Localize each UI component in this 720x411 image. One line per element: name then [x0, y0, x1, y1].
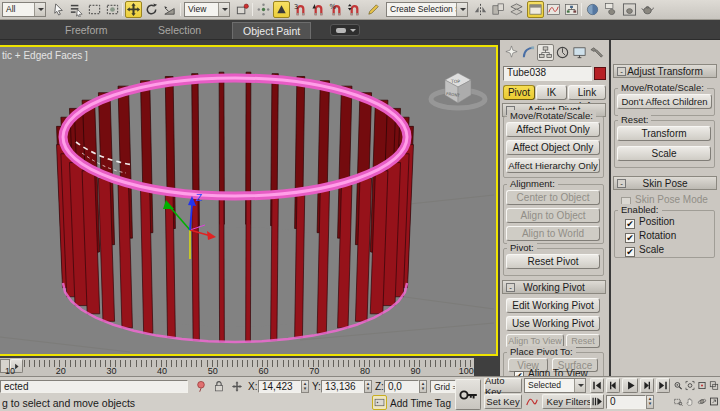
- frame-spinner[interactable]: [646, 395, 654, 409]
- spinner-snap-icon[interactable]: [346, 1, 363, 18]
- modify-tab-icon[interactable]: [520, 44, 537, 61]
- current-frame-field[interactable]: 0: [606, 395, 646, 409]
- align-to-world-button[interactable]: Align to World: [506, 226, 600, 241]
- zoom-all-icon[interactable]: [684, 378, 696, 393]
- go-to-start-button[interactable]: [590, 378, 604, 393]
- add-time-tag[interactable]: Add Time Tag: [390, 398, 451, 409]
- percent-snap-icon[interactable]: %: [328, 1, 345, 18]
- zoom-extents-icon[interactable]: [696, 378, 708, 393]
- display-tab-icon[interactable]: [571, 44, 588, 61]
- select-object-icon[interactable]: [50, 1, 67, 18]
- z-coordinate-field[interactable]: 0,0: [384, 380, 419, 393]
- orbit-icon[interactable]: [696, 394, 708, 409]
- working-pivot-rollout[interactable]: -Working Pivot: [502, 280, 606, 294]
- ribbon-toggle-icon[interactable]: [527, 1, 544, 18]
- material-editor-icon[interactable]: [584, 1, 601, 18]
- scale-checkbox[interactable]: ✔: [625, 247, 635, 257]
- collapse-icon[interactable]: -: [617, 67, 626, 76]
- timeline-frame-number[interactable]: 80: [351, 366, 379, 376]
- rendered-frame-window-icon[interactable]: [621, 1, 638, 18]
- skin-pose-rollout[interactable]: -Skin Pose: [613, 176, 717, 190]
- timeline-frame-number[interactable]: 20: [47, 366, 75, 376]
- align-to-object-button[interactable]: Align to Object: [506, 208, 600, 223]
- select-by-name-icon[interactable]: [68, 1, 85, 18]
- timeline-frame-number[interactable]: 30: [97, 366, 125, 376]
- select-and-manipulate-icon[interactable]: [234, 1, 251, 18]
- tube-object[interactable]: [57, 72, 414, 342]
- select-and-move-icon[interactable]: [125, 1, 142, 18]
- rotation-row[interactable]: ✔Rotation: [625, 230, 676, 243]
- pan-icon[interactable]: [684, 394, 696, 409]
- snaps-use-center-icon[interactable]: [255, 1, 272, 18]
- render-setup-icon[interactable]: [603, 1, 620, 18]
- select-and-scale-icon[interactable]: [161, 1, 178, 18]
- dropdown-arrow-icon[interactable]: [34, 3, 45, 16]
- timeline-frame-number[interactable]: 100: [452, 366, 480, 376]
- center-to-object-button[interactable]: Center to Object: [506, 190, 600, 205]
- dropdown-arrow-icon[interactable]: [456, 3, 467, 16]
- reset-transform-button[interactable]: Transform: [617, 126, 711, 141]
- affect-hierarchy-only-button[interactable]: Affect Hierarchy Only: [506, 158, 600, 173]
- affect-pivot-only-button[interactable]: Affect Pivot Only: [506, 122, 600, 137]
- rectangular-selection-region-icon[interactable]: [86, 1, 103, 18]
- dont-affect-children-button[interactable]: Don't Affect Children: [617, 94, 712, 109]
- position-checkbox[interactable]: ✔: [625, 219, 635, 229]
- y-spinner[interactable]: [364, 380, 372, 393]
- utilities-tab-icon[interactable]: [588, 44, 605, 61]
- ribbon-config-icon[interactable]: [330, 24, 360, 36]
- x-coordinate-field[interactable]: 14,423: [258, 380, 301, 393]
- collapse-icon[interactable]: -: [506, 283, 515, 292]
- align-icon[interactable]: [490, 1, 507, 18]
- schematic-view-icon[interactable]: [563, 1, 580, 18]
- motion-tab-icon[interactable]: [554, 44, 571, 61]
- edit-named-selection-sets-icon[interactable]: [365, 1, 382, 18]
- reset-pivot-button[interactable]: Reset Pivot: [506, 254, 600, 269]
- timeline-frame-number[interactable]: 10: [0, 366, 24, 376]
- time-tag-icon[interactable]: [372, 395, 387, 410]
- next-frame-button[interactable]: [640, 378, 654, 393]
- viewcube-top-label[interactable]: TOP: [450, 79, 460, 84]
- window-crossing-icon[interactable]: [104, 1, 121, 18]
- reference-coordinate-dropdown[interactable]: View: [184, 2, 230, 17]
- timeline-frame-number[interactable]: 50: [199, 366, 227, 376]
- zoom-extents-all-icon[interactable]: [708, 378, 720, 393]
- object-name-field[interactable]: Tube038: [503, 66, 592, 81]
- ik-tab-button[interactable]: IK: [536, 85, 567, 100]
- scale-row[interactable]: ✔Scale: [625, 244, 664, 257]
- auto-key-button[interactable]: Auto Key: [484, 378, 522, 393]
- dropdown-arrow-icon[interactable]: [218, 3, 229, 16]
- viewcube[interactable]: TOP FRONT: [431, 73, 485, 108]
- adjust-transform-rollout[interactable]: -Adjust Transform: [613, 64, 717, 78]
- mirror-icon[interactable]: [472, 1, 489, 18]
- tab-freeform[interactable]: Freeform: [55, 22, 118, 39]
- go-to-end-button[interactable]: [656, 378, 670, 393]
- perspective-viewport[interactable]: tic + Edged Faces ]: [0, 45, 498, 356]
- isolate-selection-icon[interactable]: [193, 379, 209, 393]
- hierarchy-tab-icon[interactable]: [537, 44, 554, 61]
- timeline-frame-number[interactable]: 60: [250, 366, 278, 376]
- timeline-frame-number[interactable]: 70: [300, 366, 328, 376]
- key-filter-set-dropdown[interactable]: Selected: [524, 378, 586, 393]
- x-spinner[interactable]: [301, 380, 309, 393]
- viewport-shading-label[interactable]: tic + Edged Faces ]: [2, 50, 88, 61]
- tab-object-paint[interactable]: Object Paint: [232, 22, 311, 39]
- selection-status-field[interactable]: ected: [0, 380, 188, 393]
- reset-scale-button[interactable]: Scale: [617, 146, 711, 161]
- maximize-viewport-icon[interactable]: [708, 394, 720, 409]
- position-row[interactable]: ✔Position: [625, 216, 675, 229]
- set-keys-button[interactable]: [455, 379, 481, 410]
- layer-manager-icon[interactable]: [508, 1, 525, 18]
- selection-filter-dropdown[interactable]: All: [2, 2, 46, 17]
- absolute-mode-icon[interactable]: [229, 379, 245, 393]
- play-button[interactable]: [622, 378, 638, 393]
- mini-curve-editor-icon[interactable]: [524, 394, 540, 409]
- pivot-tab-button[interactable]: Pivot: [503, 85, 535, 100]
- selection-lock-icon[interactable]: [211, 379, 227, 393]
- rotation-checkbox[interactable]: ✔: [625, 233, 635, 243]
- timeline-frame-number[interactable]: 90: [402, 366, 430, 376]
- key-mode-toggle-icon[interactable]: [590, 394, 604, 409]
- y-coordinate-field[interactable]: 13,136: [321, 380, 364, 393]
- use-working-pivot-button[interactable]: Use Working Pivot: [506, 316, 600, 331]
- zoom-region-icon[interactable]: [672, 394, 684, 409]
- curve-editor-icon[interactable]: [545, 1, 562, 18]
